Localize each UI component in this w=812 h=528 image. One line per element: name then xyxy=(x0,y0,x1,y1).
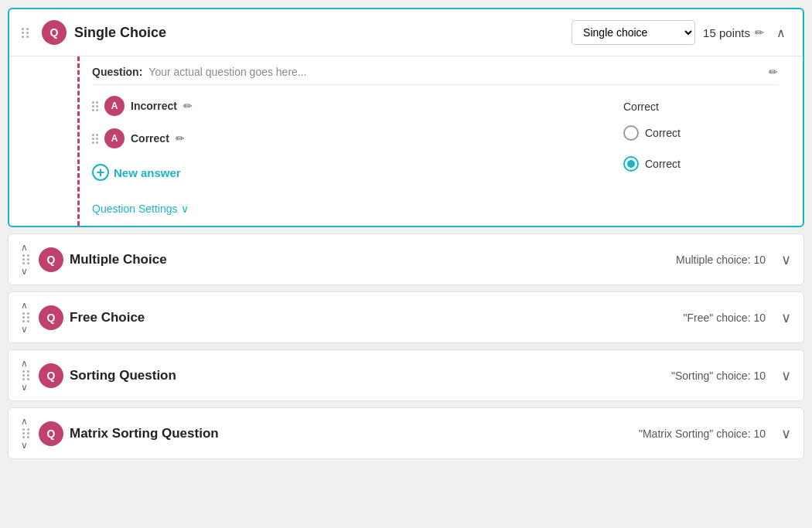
question-settings-section: Question Settings ∨ xyxy=(92,195,778,218)
chevron-down-multiple[interactable]: ∨ xyxy=(21,266,28,277)
points-area: 15 points ✏ xyxy=(703,26,764,39)
radio-button-1[interactable] xyxy=(623,125,639,141)
new-answer-label: New answer xyxy=(114,166,181,179)
answer-drag-handle-1[interactable] xyxy=(92,101,98,111)
correct-column: Correct Correct Correct xyxy=(623,93,778,187)
question-card-multiple-choice: ∧ ∨ Q Multiple Choice Multiple choice: 1… xyxy=(8,233,804,285)
collapse-button[interactable]: ∧ xyxy=(772,24,790,42)
question-title-free: Free Choice xyxy=(70,310,677,325)
question-header: Q Single Choice Single choice Multiple c… xyxy=(9,9,803,56)
answer-text-2: Correct xyxy=(131,132,169,145)
correct-radio-1[interactable]: Correct xyxy=(623,121,778,145)
answers-section: A Incorrect ✏ A Correct ✏ xyxy=(92,85,778,195)
correct-header: Correct xyxy=(623,96,778,114)
question-title-multiple: Multiple Choice xyxy=(70,252,670,267)
question-title: Single Choice xyxy=(74,25,564,41)
expand-button-matrix[interactable]: ∨ xyxy=(781,425,791,442)
plus-circle-icon: + xyxy=(92,164,109,181)
drag-handle-sorting[interactable] xyxy=(22,370,30,380)
question-text-row: Question: Your actual question goes here… xyxy=(92,56,778,85)
question-card-matrix: ∧ ∨ Q Matrix Sorting Question "Matrix So… xyxy=(8,407,804,459)
correct-label-2: Correct xyxy=(645,158,681,170)
collapsed-header-sorting: ∧ ∨ Q Sorting Question "Sorting" choice:… xyxy=(9,350,803,400)
chevron-up-sorting[interactable]: ∧ xyxy=(21,358,28,369)
chevron-down-sorting[interactable]: ∨ xyxy=(21,382,28,393)
page-container: Q Single Choice Single choice Multiple c… xyxy=(0,0,812,528)
question-settings-link[interactable]: Question Settings ∨ xyxy=(92,203,778,215)
points-value: 15 points xyxy=(703,26,750,39)
question-badge-sorting: Q xyxy=(39,363,63,388)
points-edit-icon[interactable]: ✏ xyxy=(755,26,764,39)
question-body: Question: Your actual question goes here… xyxy=(77,56,790,226)
collapsed-header-free: ∧ ∨ Q Free Choice "Free" choice: 10 ∨ xyxy=(9,292,803,342)
collapsed-header-multiple: ∧ ∨ Q Multiple Choice Multiple choice: 1… xyxy=(9,234,803,284)
expand-button-multiple[interactable]: ∨ xyxy=(781,251,791,268)
settings-chevron-icon: ∨ xyxy=(181,203,189,215)
expand-button-sorting[interactable]: ∨ xyxy=(781,367,791,384)
new-answer-button[interactable]: + New answer xyxy=(92,158,623,187)
answers-list: A Incorrect ✏ A Correct ✏ xyxy=(92,93,623,187)
question-label: Question: xyxy=(92,66,142,78)
question-text-edit-icon[interactable]: ✏ xyxy=(769,66,778,78)
answer-badge-2: A xyxy=(104,128,125,148)
drag-handle[interactable] xyxy=(22,28,29,38)
drag-handle-multiple[interactable] xyxy=(22,254,30,264)
question-info-matrix: "Matrix Sorting" choice: 10 xyxy=(639,428,766,440)
answer-badge-1: A xyxy=(104,96,125,116)
question-info-multiple: Multiple choice: 10 xyxy=(676,254,766,266)
question-card-single-choice: Q Single Choice Single choice Multiple c… xyxy=(8,8,804,227)
question-card-sorting: ∧ ∨ Q Sorting Question "Sorting" choice:… xyxy=(8,349,804,401)
answer-edit-icon-2[interactable]: ✏ xyxy=(176,132,185,145)
answer-drag-handle-2[interactable] xyxy=(92,134,98,144)
answer-edit-icon-1[interactable]: ✏ xyxy=(183,100,193,112)
question-badge-free: Q xyxy=(39,305,63,330)
question-badge-multiple: Q xyxy=(39,247,63,272)
question-placeholder-text: Your actual question goes here... xyxy=(148,66,763,78)
question-type-select[interactable]: Single choice Multiple choice Free choic… xyxy=(571,20,695,45)
settings-label: Question Settings xyxy=(92,203,178,215)
question-badge: Q xyxy=(42,20,67,45)
answer-text-1: Incorrect xyxy=(131,100,177,112)
chevron-up-free[interactable]: ∧ xyxy=(21,300,28,311)
chevron-up-multiple[interactable]: ∧ xyxy=(21,242,28,253)
chevron-up-matrix[interactable]: ∧ xyxy=(21,416,28,427)
question-card-free-choice: ∧ ∨ Q Free Choice "Free" choice: 10 ∨ xyxy=(8,291,804,343)
question-title-matrix: Matrix Sorting Question xyxy=(70,426,633,441)
answer-row-2: A Correct ✏ xyxy=(92,125,623,152)
question-info-sorting: "Sorting" choice: 10 xyxy=(671,370,766,382)
correct-label-1: Correct xyxy=(645,127,681,139)
question-info-free: "Free" choice: 10 xyxy=(684,312,766,324)
radio-button-2[interactable] xyxy=(623,156,639,172)
expand-button-free[interactable]: ∨ xyxy=(781,309,791,326)
answer-row-1: A Incorrect ✏ xyxy=(92,93,623,119)
drag-handle-matrix[interactable] xyxy=(22,428,30,438)
chevron-down-matrix[interactable]: ∨ xyxy=(21,440,28,451)
question-title-sorting: Sorting Question xyxy=(70,368,665,383)
correct-radio-2[interactable]: Correct xyxy=(623,152,778,176)
collapsed-header-matrix: ∧ ∨ Q Matrix Sorting Question "Matrix So… xyxy=(9,408,803,458)
chevron-down-free[interactable]: ∨ xyxy=(21,324,28,335)
question-badge-matrix: Q xyxy=(39,421,63,446)
drag-handle-free[interactable] xyxy=(22,312,30,322)
